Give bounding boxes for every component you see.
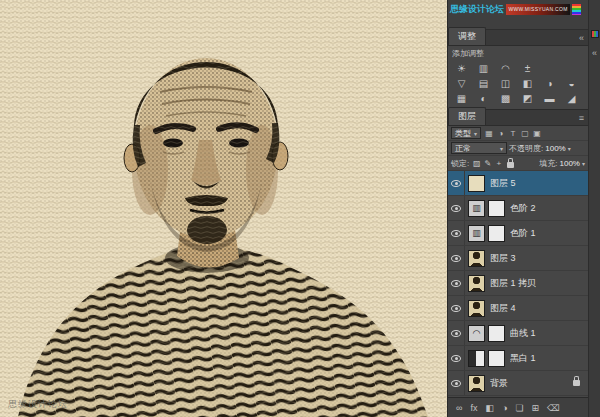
layer-name: 曲线 1 bbox=[510, 327, 536, 340]
layer-thumbnail[interactable] bbox=[468, 350, 485, 367]
link-layers-icon[interactable]: ∞ bbox=[456, 403, 462, 413]
filter-type-icon[interactable]: T bbox=[507, 129, 519, 138]
channel-mixer-icon[interactable]: ◒ bbox=[561, 76, 582, 91]
layer-row[interactable]: 色阶 1 bbox=[448, 221, 588, 246]
fill-label: 填充: bbox=[539, 158, 557, 169]
watermark-rainbow-strip bbox=[572, 4, 581, 15]
curves-icon[interactable]: ◠ bbox=[495, 61, 516, 76]
layer-row[interactable]: 图层 4 bbox=[448, 296, 588, 321]
blend-mode-value: 正常 bbox=[455, 143, 471, 154]
chevron-down-icon[interactable]: ▾ bbox=[582, 160, 585, 167]
collapse-panels-icon[interactable]: « bbox=[575, 33, 588, 45]
layer-style-icon[interactable]: fx bbox=[470, 403, 477, 413]
add-layer-mask-icon[interactable]: ◧ bbox=[485, 403, 494, 413]
layer-thumbnail[interactable] bbox=[468, 325, 485, 342]
document-canvas[interactable]: 思缘设计论坛 bbox=[0, 0, 447, 417]
new-group-icon[interactable]: ❏ bbox=[515, 403, 523, 413]
color-lookup-icon[interactable]: ▦ bbox=[451, 91, 472, 106]
chevron-down-icon: ▾ bbox=[474, 130, 477, 137]
layers-tabbar: 图层 ≡ bbox=[448, 110, 588, 126]
posterize-icon[interactable]: ▩ bbox=[495, 91, 516, 106]
brightness-contrast-icon[interactable]: ☀ bbox=[451, 61, 472, 76]
lock-pixels-icon[interactable]: ✎ bbox=[482, 159, 493, 168]
layer-row[interactable]: 黑白 1 bbox=[448, 346, 588, 371]
layer-mask-thumbnail[interactable] bbox=[488, 350, 505, 367]
photo-filter-icon[interactable]: ◑ bbox=[539, 76, 560, 91]
layer-mask-thumbnail[interactable] bbox=[488, 200, 505, 217]
tab-layers[interactable]: 图层 bbox=[448, 107, 486, 125]
gradient-map-icon[interactable]: ▬ bbox=[539, 91, 560, 106]
layer-row[interactable]: 曲线 1 bbox=[448, 321, 588, 346]
panel-menu-icon[interactable]: ≡ bbox=[575, 113, 588, 125]
visibility-toggle[interactable] bbox=[448, 171, 465, 195]
lock-transparency-icon[interactable]: ▨ bbox=[471, 159, 482, 168]
invert-icon[interactable]: ◐ bbox=[473, 91, 494, 106]
exposure-icon[interactable]: ± bbox=[517, 61, 538, 76]
color-balance-icon[interactable]: ◫ bbox=[495, 76, 516, 91]
layer-row[interactable]: 色阶 2 bbox=[448, 196, 588, 221]
filter-pixel-icon[interactable]: ▦ bbox=[483, 129, 495, 138]
eye-icon bbox=[451, 280, 461, 287]
layer-thumbnail[interactable] bbox=[468, 275, 485, 292]
layer-thumbnail[interactable] bbox=[468, 200, 485, 217]
layer-thumbnail[interactable] bbox=[468, 300, 485, 317]
visibility-toggle[interactable] bbox=[448, 346, 465, 370]
filter-shape-icon[interactable]: ▢ bbox=[519, 129, 531, 138]
panel-dock: 思缘设计论坛 WWW.MISSYUAN.COM 调整 « 添加调整 ☀▥◠±▽▤… bbox=[447, 0, 588, 417]
lock-all-icon[interactable] bbox=[507, 162, 514, 168]
watermark-site-name: 思缘设计论坛 bbox=[450, 3, 504, 16]
layer-thumbnail[interactable] bbox=[468, 225, 485, 242]
visibility-toggle[interactable] bbox=[448, 221, 465, 245]
threshold-icon[interactable]: ◩ bbox=[517, 91, 538, 106]
filter-smart-icon[interactable]: ▣ bbox=[531, 129, 543, 138]
visibility-toggle[interactable] bbox=[448, 371, 465, 395]
layer-row[interactable]: 背景 bbox=[448, 371, 588, 396]
layer-name: 图层 1 拷贝 bbox=[490, 277, 536, 290]
lock-fill-row: 锁定: ▨✎+ 填充: 100% ▾ bbox=[448, 156, 588, 171]
opacity-value[interactable]: 100% bbox=[545, 144, 565, 153]
selective-color-icon[interactable]: ◢ bbox=[561, 91, 582, 106]
filter-adjustment-icon[interactable]: ◑ bbox=[495, 129, 507, 138]
black-white-icon[interactable]: ◧ bbox=[517, 76, 538, 91]
layer-name: 背景 bbox=[490, 377, 508, 390]
collapsed-dock-strip: « bbox=[588, 0, 600, 417]
layer-row[interactable]: 图层 3 bbox=[448, 246, 588, 271]
visibility-toggle[interactable] bbox=[448, 246, 465, 270]
photoshop-window: 思缘设计论坛 思缘设计论坛 WWW.MISSYUAN.COM 调整 « 添加调整… bbox=[0, 0, 600, 417]
expand-dock-icon[interactable]: « bbox=[592, 48, 597, 58]
layers-bottom-bar: ∞fx◧◑❏⊞⌫ bbox=[448, 397, 588, 417]
adjustments-tabbar: 调整 « bbox=[448, 30, 588, 46]
visibility-toggle[interactable] bbox=[448, 296, 465, 320]
eye-icon bbox=[451, 330, 461, 337]
layer-name: 图层 3 bbox=[490, 252, 516, 265]
fill-value[interactable]: 100% bbox=[560, 159, 580, 168]
vibrance-icon[interactable]: ▽ bbox=[451, 76, 472, 91]
layer-row[interactable]: 图层 5 bbox=[448, 171, 588, 196]
hue-saturation-icon[interactable]: ▤ bbox=[473, 76, 494, 91]
visibility-toggle[interactable] bbox=[448, 271, 465, 295]
blend-mode-select[interactable]: 正常 ▾ bbox=[451, 142, 507, 154]
tab-adjustments[interactable]: 调整 bbox=[448, 27, 486, 45]
new-adjustment-layer-icon[interactable]: ◑ bbox=[502, 403, 507, 413]
eye-icon bbox=[451, 230, 461, 237]
layer-mask-thumbnail[interactable] bbox=[488, 325, 505, 342]
chevron-down-icon[interactable]: ▾ bbox=[568, 145, 571, 152]
eye-icon bbox=[451, 255, 461, 262]
lock-position-icon[interactable]: + bbox=[493, 159, 504, 168]
visibility-toggle[interactable] bbox=[448, 196, 465, 220]
layer-lock-icon bbox=[573, 380, 580, 386]
layer-thumbnail[interactable] bbox=[468, 175, 485, 192]
kind-filter-select[interactable]: 类型 ▾ bbox=[451, 127, 481, 139]
layer-row[interactable]: 图层 1 拷贝 bbox=[448, 271, 588, 296]
visibility-toggle[interactable] bbox=[448, 321, 465, 345]
layer-thumbnail[interactable] bbox=[468, 375, 485, 392]
canvas-watermark: 思缘设计论坛 bbox=[8, 398, 68, 411]
delete-layer-icon[interactable]: ⌫ bbox=[547, 403, 560, 413]
filter-icons: ▦◑T▢▣ bbox=[483, 129, 543, 138]
levels-icon[interactable]: ▥ bbox=[473, 61, 494, 76]
lock-icons: ▨✎+ bbox=[471, 159, 517, 168]
new-layer-icon[interactable]: ⊞ bbox=[531, 403, 539, 413]
swatches-panel-icon[interactable] bbox=[591, 30, 599, 38]
layer-thumbnail[interactable] bbox=[468, 250, 485, 267]
layer-mask-thumbnail[interactable] bbox=[488, 225, 505, 242]
